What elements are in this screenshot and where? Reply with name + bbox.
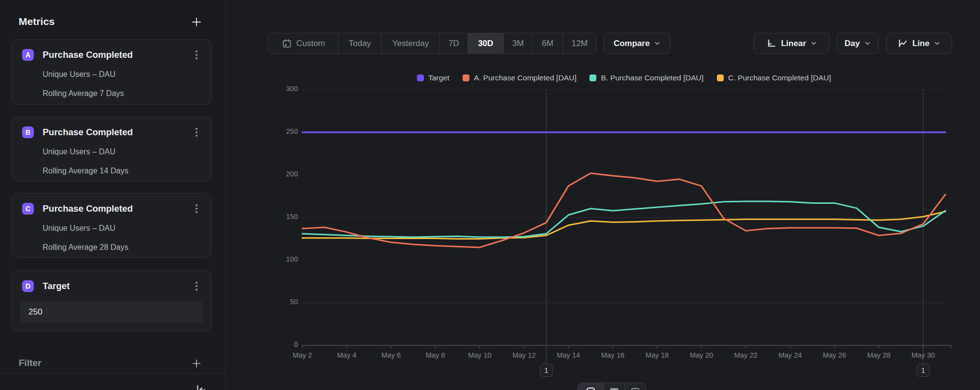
target-card[interactable]: D Target [11,270,212,331]
range-30d[interactable]: 30D [468,33,504,53]
add-filter-button[interactable] [190,357,203,370]
legend-item-0[interactable]: Target [417,73,449,82]
x-axis-label: May 14 [546,351,590,359]
metric-badge-c: C [22,203,34,215]
y-axis-label-200: 200 [255,170,298,178]
legend-item-2[interactable]: B. Purchase Completed [DAU] [589,73,703,82]
metric-badge-b: B [22,126,34,138]
range-custom[interactable]: Custom [269,33,339,53]
legend-swatch [717,74,724,81]
range-label: Custom [296,39,325,49]
line-chart-icon [898,38,908,49]
view-toggle-table[interactable] [625,383,646,390]
sidebar-title: Metrics [19,16,55,27]
filter-section-title: Filter [19,358,41,368]
legend-label: B. Purchase Completed [DAU] [601,73,703,82]
range-today[interactable]: Today [339,33,382,53]
rounded-square-icon [587,388,595,390]
chart-type-label: Line [912,39,930,49]
frame-icon [631,388,639,390]
metric-card-b[interactable]: B Purchase Completed Unique Users – DAU … [11,117,212,181]
collapse-sidebar-button[interactable] [195,384,209,390]
x-axis-label: May 18 [635,351,679,359]
plus-icon [191,16,202,28]
metrics-sidebar: Metrics A Purchase Completed Unique User… [0,0,225,390]
target-title: Target [43,281,70,292]
metric-menu-button[interactable] [192,49,201,61]
x-axis-label: May 4 [325,351,369,359]
metric-title: Purchase Completed [43,49,133,60]
add-metric-button[interactable] [190,16,203,28]
chevron-down-icon [654,40,661,47]
compare-label: Compare [613,39,650,49]
target-menu-button[interactable] [192,280,201,292]
metric-transform: Rolling Average 28 Days [43,243,128,252]
filled-bar-icon [610,388,618,390]
series-line-2 [302,201,945,237]
x-axis-label: May 26 [812,351,857,359]
chart-legend: TargetA. Purchase Completed [DAU]B. Purc… [302,73,946,83]
legend-item-3[interactable]: C. Purchase Completed [DAU] [717,73,831,82]
range-label: Today [349,39,371,49]
range-label: 12M [571,39,588,49]
metric-title: Purchase Completed [43,203,133,214]
metric-card-a[interactable]: A Purchase Completed Unique Users – DAU … [11,39,212,105]
compare-button[interactable]: Compare [604,33,670,54]
linear-scale-icon [766,38,777,49]
legend-label: Target [428,73,449,82]
x-axis-label: May 12 [502,351,546,359]
legend-label: A. Purchase Completed [DAU] [474,73,576,82]
metric-measure: Unique Users – DAU [43,224,116,233]
collapse-left-icon [195,384,208,390]
chart-type-button[interactable]: Line [886,33,952,54]
chevron-down-icon [810,40,817,47]
x-axis-label: May 6 [369,351,413,359]
x-axis-label: May 16 [591,351,635,359]
range-12m[interactable]: 12M [563,33,596,53]
metric-badge-d: D [22,280,34,292]
x-axis-label: May 24 [768,351,812,359]
metric-measure: Unique Users – DAU [43,70,116,79]
range-label: 6M [542,39,554,49]
y-axis-label-0: 0 [255,341,298,348]
range-yesterday[interactable]: Yesterday [382,33,440,53]
range-label: 7D [448,39,459,49]
metric-card-c[interactable]: C Purchase Completed Unique Users – DAU … [11,193,212,258]
legend-item-1[interactable]: A. Purchase Completed [DAU] [463,73,576,82]
view-toggle-summary[interactable] [604,383,625,390]
target-value-input[interactable] [20,301,203,323]
x-axis-label: May 30 [901,351,945,359]
annotation-badge-2[interactable]: 1 [917,364,930,377]
y-axis-label-50: 50 [255,298,298,306]
x-axis-label: May 8 [414,351,458,359]
series-line-1 [302,173,945,247]
annotation-badge-1[interactable]: 1 [540,364,553,377]
legend-swatch [463,74,469,81]
metric-transform: Rolling Average 7 Days [43,89,124,98]
range-label: 3M [512,39,524,49]
range-6m[interactable]: 6M [533,33,563,53]
scale-button[interactable]: Linear [754,33,830,54]
view-toggle-chart[interactable] [578,383,604,390]
range-7d[interactable]: 7D [440,33,468,53]
metric-menu-button[interactable] [192,202,201,215]
granularity-label: Day [844,39,859,49]
metric-menu-button[interactable] [192,126,201,139]
chart-view-toolbar [577,383,646,390]
x-axis-label: May 22 [724,351,768,359]
y-axis-label-150: 150 [255,213,298,220]
calendar-icon [282,38,292,49]
x-axis-label: May 10 [458,351,502,359]
sidebar-divider [0,373,225,374]
plus-icon [191,358,202,369]
range-3m[interactable]: 3M [504,33,533,53]
granularity-button[interactable]: Day [836,33,879,54]
range-label: Yesterday [392,39,429,49]
y-axis-label-100: 100 [255,255,298,263]
metric-title: Purchase Completed [43,127,133,138]
x-axis-label: May 20 [680,351,724,359]
legend-swatch [589,74,596,81]
date-range-selector: Custom Today Yesterday 7D 30D 3M 6M 12M [268,33,597,54]
x-axis-label: May 28 [857,351,901,359]
x-axis-label: May 2 [280,351,324,359]
